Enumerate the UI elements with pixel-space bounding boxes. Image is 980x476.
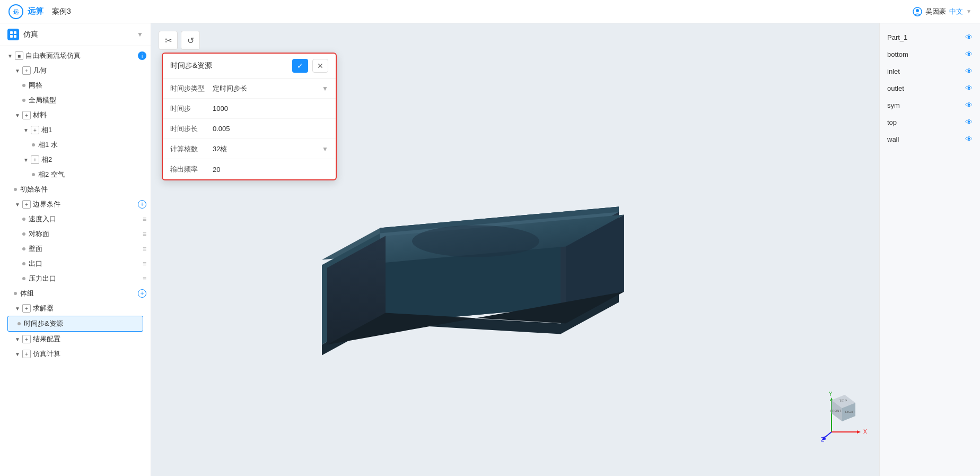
eye-icon[interactable]: 👁 xyxy=(965,33,973,41)
sidebar-label-global-model: 全局模型 xyxy=(29,96,56,105)
svg-point-3 xyxy=(916,9,919,12)
dialog-close-button[interactable]: ✕ xyxy=(312,59,328,73)
dot-icon xyxy=(22,247,25,250)
eye-icon[interactable]: 👁 xyxy=(965,84,973,92)
right-panel-item-wall[interactable]: wall 👁 xyxy=(880,131,980,148)
right-panel-item-part1[interactable]: Part_1 👁 xyxy=(880,29,980,46)
dot-icon xyxy=(22,84,25,87)
app-logo: 远 xyxy=(8,4,23,19)
sidebar-item-solver[interactable]: ▼ + 求解器 xyxy=(4,301,146,316)
svg-rect-5 xyxy=(14,31,16,34)
value-time-step[interactable] xyxy=(213,105,328,112)
sidebar-item-result-config[interactable]: ▼ + 结果配置 xyxy=(4,332,146,347)
form-row-output-freq: 输出频率 xyxy=(163,159,336,179)
compute-cores-value: 32核 xyxy=(213,144,227,154)
sidebar-label-phase1: 相1 xyxy=(41,125,52,135)
sidebar-item-global-model[interactable]: 全局模型 xyxy=(4,93,146,108)
orientation-cube: Y X Z TOP FRONT RIGHT xyxy=(821,390,869,444)
sidebar-item-time-resources[interactable]: 时间步&资源 xyxy=(7,316,143,332)
sidebar-icon xyxy=(7,29,19,40)
refresh-button[interactable]: ↺ xyxy=(181,31,200,50)
dialog-confirm-button[interactable]: ✓ xyxy=(292,59,308,73)
eye-icon[interactable]: 👁 xyxy=(965,135,973,143)
right-panel-item-bottom[interactable]: bottom 👁 xyxy=(880,46,980,63)
sidebar-item-geometry[interactable]: ▼ + 几何 xyxy=(4,63,146,78)
right-panel-item-outlet[interactable]: outlet 👁 xyxy=(880,80,980,97)
canvas-toolbar: ✂ ↺ xyxy=(159,31,200,50)
refresh-icon: ↺ xyxy=(187,36,194,46)
sidebar-item-phase2-air[interactable]: 相2 空气 xyxy=(4,167,146,182)
sidebar-item-phase1-water[interactable]: 相1 水 xyxy=(4,137,146,152)
sidebar-label-simulation-calc: 仿真计算 xyxy=(33,349,60,359)
sidebar-item-boundary-conditions[interactable]: ▼ + 边界条件 + xyxy=(4,197,146,212)
label-output-freq: 输出频率 xyxy=(170,165,213,174)
cut-icon: ✂ xyxy=(165,36,172,46)
drag-handle-icon[interactable]: ≡ xyxy=(143,275,146,282)
sidebar: 仿真 ▼ ▼ ■ 自由表面流场仿真 i ▼ + 几何 网格 xyxy=(0,23,151,476)
sidebar-item-body-group[interactable]: 体组 + xyxy=(4,286,146,301)
sidebar-collapse-icon[interactable]: ▼ xyxy=(137,31,143,38)
sidebar-label-mesh: 网格 xyxy=(29,81,42,90)
sidebar-item-free-surface[interactable]: ▼ ■ 自由表面流场仿真 i xyxy=(4,48,146,63)
inlet-label: inlet xyxy=(887,67,900,75)
time-step-size-input[interactable] xyxy=(213,125,328,133)
main-layout: 仿真 ▼ ▼ ■ 自由表面流场仿真 i ▼ + 几何 网格 xyxy=(0,23,980,476)
eye-icon[interactable]: 👁 xyxy=(965,67,973,75)
dot-icon xyxy=(32,143,35,146)
right-panel: Part_1 👁 bottom 👁 inlet 👁 outlet 👁 sym 👁… xyxy=(879,23,980,476)
sidebar-label-result-config: 结果配置 xyxy=(33,334,60,344)
tree-box-icon: ■ xyxy=(15,51,23,60)
tree-box-icon: + xyxy=(31,126,39,134)
expand-icon: ▼ xyxy=(14,67,21,74)
expand-icon: ▼ xyxy=(6,52,14,59)
sidebar-label-phase2-air: 相2 空气 xyxy=(38,170,65,179)
drag-handle-icon[interactable]: ≡ xyxy=(143,230,146,238)
eye-icon[interactable]: 👁 xyxy=(965,118,973,126)
drag-handle-icon[interactable]: ≡ xyxy=(143,260,146,267)
case-name: 案例3 xyxy=(52,7,71,16)
tree-box-icon: + xyxy=(22,304,31,313)
topbar-right: 吴因豪 中文 ▼ xyxy=(913,7,972,16)
sidebar-item-material[interactable]: ▼ + 材料 xyxy=(4,108,146,123)
svg-marker-25 xyxy=(857,430,861,434)
right-panel-item-inlet[interactable]: inlet 👁 xyxy=(880,63,980,80)
logo-area: 远 远算 案例3 xyxy=(8,4,71,19)
sidebar-item-velocity-inlet[interactable]: 速度入口 ≡ xyxy=(4,212,146,227)
sidebar-label-phase2: 相2 xyxy=(41,155,52,165)
eye-icon[interactable]: 👁 xyxy=(965,50,973,58)
lang-chevron-icon[interactable]: ▼ xyxy=(966,8,972,14)
sidebar-item-symmetry[interactable]: 对称面 ≡ xyxy=(4,227,146,241)
sidebar-label-symmetry: 对称面 xyxy=(29,229,49,239)
add-body-button[interactable]: + xyxy=(138,289,146,298)
sidebar-item-wall[interactable]: 壁面 ≡ xyxy=(4,241,146,256)
sidebar-label-outlet: 出口 xyxy=(29,259,42,269)
language-selector[interactable]: 中文 xyxy=(949,7,963,16)
dot-icon xyxy=(18,322,21,325)
value-time-step-type[interactable]: 定时间步长 ▼ xyxy=(213,84,328,93)
sidebar-item-simulation-calc[interactable]: ▼ + 仿真计算 xyxy=(4,347,146,361)
sidebar-item-phase2[interactable]: ▼ + 相2 xyxy=(4,152,146,167)
time-step-input[interactable] xyxy=(213,105,328,112)
value-time-step-size[interactable] xyxy=(213,125,328,133)
sidebar-item-initial-conditions[interactable]: 初始条件 xyxy=(4,182,146,197)
drag-handle-icon[interactable]: ≡ xyxy=(143,215,146,223)
svg-text:Z: Z xyxy=(821,437,824,443)
eye-icon[interactable]: 👁 xyxy=(965,101,973,109)
value-compute-cores[interactable]: 32核 ▼ xyxy=(213,144,328,154)
sidebar-item-phase1[interactable]: ▼ + 相1 xyxy=(4,123,146,137)
drag-handle-icon[interactable]: ≡ xyxy=(143,245,146,253)
cut-button[interactable]: ✂ xyxy=(159,31,178,50)
dialog-actions: ✓ ✕ xyxy=(292,59,328,73)
add-boundary-button[interactable]: + xyxy=(138,200,146,209)
username: 吴因豪 xyxy=(925,7,946,16)
right-panel-item-sym[interactable]: sym 👁 xyxy=(880,97,980,114)
right-panel-item-top[interactable]: top 👁 xyxy=(880,114,980,131)
sidebar-item-outlet[interactable]: 出口 ≡ xyxy=(4,256,146,271)
sidebar-item-pressure-outlet[interactable]: 压力出口 ≡ xyxy=(4,271,146,286)
checkmark-icon: ✓ xyxy=(297,62,303,70)
value-output-freq[interactable] xyxy=(213,166,328,174)
sidebar-title: 仿真 xyxy=(23,30,38,39)
svg-point-20 xyxy=(412,225,539,257)
output-freq-input[interactable] xyxy=(213,166,328,174)
sidebar-item-mesh[interactable]: 网格 xyxy=(4,78,146,93)
